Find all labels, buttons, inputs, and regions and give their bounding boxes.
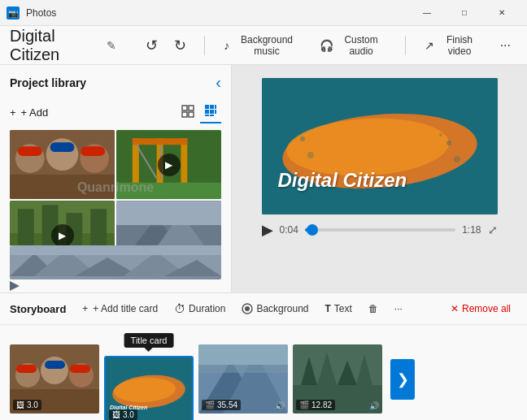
storyboard-toolbar: Storyboard + + Add title card ⏱ Duration… <box>0 293 527 325</box>
svg-rect-21 <box>81 146 105 156</box>
svg-rect-66 <box>70 365 90 373</box>
project-title: Digital Citizen <box>10 27 94 64</box>
storyboard-section: Storyboard + + Add title card ⏱ Duration… <box>0 292 527 420</box>
panel-toolbar: + + Add <box>0 98 231 130</box>
remove-all-button[interactable]: ✕ Remove all <box>444 301 517 317</box>
media-thumbnail-grid: Quanrimone <box>0 130 231 245</box>
toolbar-divider-2 <box>405 36 406 55</box>
undo-button[interactable]: ↺ <box>141 35 163 56</box>
thumb-image-4 <box>116 201 221 245</box>
card-audio-icon-1: 🔊 <box>275 401 285 410</box>
delete-button[interactable]: 🗑 <box>362 301 385 317</box>
finish-video-button[interactable]: ↗ Finish video <box>418 31 486 60</box>
panel-header: Project library ‹ <box>0 65 231 98</box>
playback-controls: ▶ 0:04 1:18 ⤢ <box>262 221 498 239</box>
storyboard-card-4[interactable]: 🎬 12.82 🔊 <box>293 344 382 414</box>
video-icon-1: 🎬 <box>205 401 215 409</box>
svg-point-56 <box>439 133 442 136</box>
image-icon-1: 🖼 <box>16 401 24 409</box>
thumb-image-1 <box>10 130 115 199</box>
svg-rect-23 <box>133 138 139 187</box>
svg-rect-26 <box>133 138 187 145</box>
seek-bar[interactable] <box>305 228 455 232</box>
seek-progress <box>305 228 312 232</box>
export-icon: ↗ <box>425 39 434 52</box>
card-audio-icon-2: 🔊 <box>369 401 379 410</box>
svg-rect-6 <box>205 105 209 109</box>
svg-point-58 <box>245 306 250 311</box>
background-icon <box>242 303 253 314</box>
storyboard-card-1[interactable]: 🖼 3.0 <box>10 344 99 414</box>
svg-point-55 <box>454 156 460 162</box>
svg-rect-64 <box>16 365 37 373</box>
thumbnail-item[interactable]: ▶ <box>10 201 115 245</box>
storyboard-card-3[interactable]: 🎬 35.54 🔊 <box>198 344 288 414</box>
thumbnail-item[interactable] <box>116 201 221 245</box>
storyboard-more-button[interactable]: ··· <box>388 301 409 317</box>
add-title-card-button[interactable]: + + Add title card <box>76 301 164 317</box>
project-library-panel: Project library ‹ + + Add <box>0 65 232 292</box>
plus-icon-sb: + <box>82 303 88 314</box>
duration-button[interactable]: ⏱ Duration <box>168 300 232 318</box>
close-button[interactable]: ✕ <box>483 0 520 26</box>
more-options-button[interactable]: ··· <box>494 35 517 56</box>
storyboard-title: Storyboard <box>10 303 66 315</box>
video-preview-area: Digital Citizen ▶ 0:04 1:18 ⤢ <box>232 65 527 292</box>
content-area: Project library ‹ + + Add <box>0 65 527 292</box>
svg-rect-46 <box>10 245 221 255</box>
card-duration-2: 🖼 3.0 <box>109 409 137 420</box>
preview-canvas <box>262 78 498 214</box>
svg-rect-29 <box>116 183 221 199</box>
fullscreen-button[interactable]: ⤢ <box>488 223 498 236</box>
view-toggle <box>177 102 221 123</box>
thumbnail-item[interactable]: ▶ <box>116 130 221 199</box>
filmstrip <box>10 245 221 276</box>
music-note-icon: ♪ <box>224 39 229 52</box>
svg-point-52 <box>300 136 305 141</box>
svg-rect-11 <box>215 110 216 114</box>
edit-title-icon[interactable]: ✎ <box>107 39 116 52</box>
title-bar: 📷 Photos — □ ✕ <box>0 0 527 26</box>
background-music-button[interactable]: ♪ Background music <box>217 31 306 60</box>
svg-text:📷: 📷 <box>8 8 19 19</box>
svg-rect-74 <box>198 365 288 373</box>
play-button[interactable]: ▶ <box>262 221 273 239</box>
redo-button[interactable]: ↻ <box>169 35 191 56</box>
card-duration-1: 🖼 3.0 <box>13 400 41 410</box>
svg-rect-5 <box>189 112 194 117</box>
svg-rect-3 <box>189 106 194 110</box>
collapse-panel-button[interactable]: ‹ <box>216 73 221 92</box>
svg-point-53 <box>307 152 314 158</box>
add-media-button[interactable]: + + Add <box>10 106 48 119</box>
maximize-button[interactable]: □ <box>446 0 483 26</box>
thumb-play-button-2[interactable]: ▶ <box>51 224 74 246</box>
clock-icon: ⏱ <box>174 302 185 315</box>
grid-icon-2 <box>204 104 217 117</box>
svg-rect-9 <box>205 110 209 114</box>
card-duration-3: 🎬 35.54 <box>202 400 241 410</box>
custom-audio-button[interactable]: 🎧 Custom audio <box>313 31 392 60</box>
thumbnail-item[interactable] <box>10 130 115 199</box>
card-duration-4: 🎬 12.82 <box>296 400 335 410</box>
svg-rect-19 <box>18 146 42 156</box>
storyboard-next-button[interactable]: ❯ <box>390 359 415 400</box>
app-icon: 📷 <box>7 6 20 19</box>
panel-title: Project library <box>10 76 86 89</box>
grid-view-button-2[interactable] <box>200 102 221 123</box>
toolbar-divider <box>204 36 205 55</box>
svg-rect-4 <box>182 112 187 117</box>
close-icon: ✕ <box>451 303 459 314</box>
svg-rect-65 <box>45 361 65 369</box>
window-controls: — □ ✕ <box>408 0 520 26</box>
total-time: 1:18 <box>462 224 481 236</box>
thumb-play-button[interactable]: ▶ <box>158 154 181 176</box>
text-button[interactable]: T Text <box>318 301 358 317</box>
seek-thumb[interactable] <box>307 224 318 236</box>
text-icon: T <box>324 303 330 314</box>
chevron-right-icon: ❯ <box>397 370 409 388</box>
storyboard-card-2-wrapper: Title card Digital Citizen 🖼 3.0 <box>104 356 194 420</box>
minimize-button[interactable]: — <box>408 0 446 26</box>
storyboard-card-2[interactable]: Digital Citizen 🖼 3.0 <box>104 356 194 420</box>
grid-view-button-1[interactable] <box>177 102 198 123</box>
background-button[interactable]: Background <box>235 301 315 317</box>
